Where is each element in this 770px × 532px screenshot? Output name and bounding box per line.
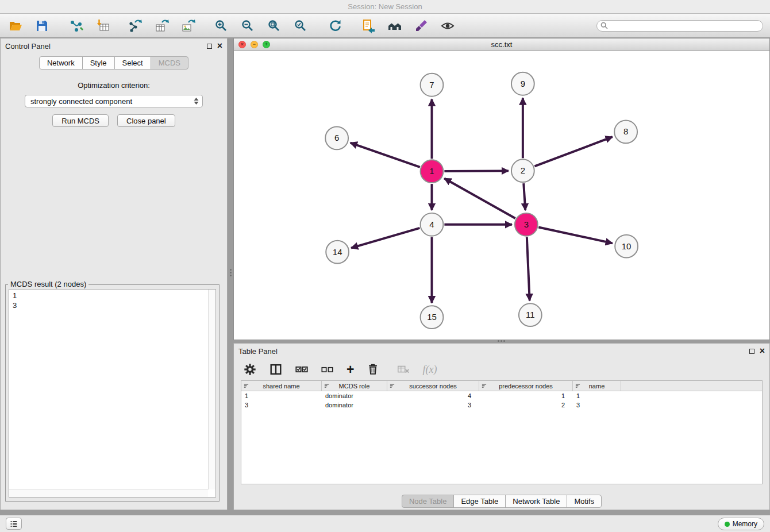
search-field[interactable] xyxy=(596,20,763,32)
result-line: 1 xyxy=(13,291,207,300)
zoom-fit-icon[interactable] xyxy=(265,17,283,34)
table-cell[interactable]: 1 xyxy=(479,391,573,400)
tab-style[interactable]: Style xyxy=(82,56,115,70)
table-cell[interactable]: dominator xyxy=(322,391,387,400)
window-close-icon[interactable]: × xyxy=(238,41,246,48)
graph-node-label-10: 10 xyxy=(622,241,632,251)
table-row[interactable]: 3dominator323 xyxy=(241,400,762,410)
add-row-icon[interactable]: + xyxy=(346,362,354,377)
table-cell[interactable]: 2 xyxy=(479,400,573,410)
graph-edge-4-14[interactable] xyxy=(351,228,419,248)
column-header[interactable]: name xyxy=(573,381,621,391)
graph-edge-3-11[interactable] xyxy=(527,237,530,301)
export-table-icon[interactable] xyxy=(153,17,170,34)
vertical-splitter-handle[interactable] xyxy=(229,265,233,279)
column-icon[interactable] xyxy=(269,362,283,377)
function-builder-icon[interactable]: f(x) xyxy=(422,362,437,377)
column-header[interactable]: shared name xyxy=(241,381,322,391)
graph-edge-1-2[interactable] xyxy=(444,171,509,171)
task-history-button[interactable] xyxy=(6,518,22,530)
close-panel-icon[interactable]: × xyxy=(217,43,222,49)
graph-node-label-14: 14 xyxy=(333,247,342,257)
import-table-icon[interactable] xyxy=(94,17,111,34)
sort-icon xyxy=(324,383,329,388)
network-canvas[interactable]: 7968124314101511 xyxy=(234,52,769,340)
search-input[interactable] xyxy=(610,21,759,30)
mcds-result-box[interactable]: 13 xyxy=(9,289,216,498)
window-minimize-icon[interactable]: − xyxy=(251,41,258,48)
run-mcds-button[interactable]: Run MCDS xyxy=(52,114,109,127)
sort-icon xyxy=(244,383,249,388)
criterion-dropdown[interactable]: strongly connected component xyxy=(25,95,203,107)
select-all-icon[interactable] xyxy=(295,362,309,377)
delete-row-icon[interactable] xyxy=(366,362,380,377)
table-cell[interactable]: dominator xyxy=(322,400,387,410)
graph-node-label-7: 7 xyxy=(429,80,434,90)
show-hide-icon[interactable] xyxy=(439,17,456,34)
column-header[interactable]: successor nodes xyxy=(387,381,479,391)
share-document-icon[interactable] xyxy=(360,17,377,34)
export-image-icon[interactable] xyxy=(179,17,197,34)
tab-mcds[interactable]: MCDS xyxy=(151,56,188,70)
mcds-result-title: MCDS result (2 nodes) xyxy=(8,280,88,288)
close-table-panel-icon[interactable]: × xyxy=(760,348,765,354)
close-panel-button[interactable]: Close panel xyxy=(117,114,175,127)
sort-icon xyxy=(482,383,487,388)
mcds-result-list: 13 xyxy=(9,290,207,489)
paint-style-icon[interactable] xyxy=(413,17,430,34)
float-table-panel-icon[interactable] xyxy=(749,349,754,354)
table-cell[interactable]: 3 xyxy=(241,400,322,410)
tab-motifs[interactable]: Motifs xyxy=(567,495,602,508)
import-network-icon[interactable] xyxy=(68,17,85,34)
network-view-window: × − + scc.txt 7968124314101511 xyxy=(233,38,770,340)
column-header[interactable]: predecessor nodes xyxy=(479,381,573,391)
delete-table-icon[interactable] xyxy=(396,362,410,377)
tab-node-table[interactable]: Node Table xyxy=(402,495,455,508)
table-cell[interactable]: 3 xyxy=(387,400,479,410)
table-toolbar: + f(x) xyxy=(234,358,769,380)
zoom-out-icon[interactable] xyxy=(239,17,256,34)
graph-edge-3-1[interactable] xyxy=(444,178,515,218)
graph-edge-3-10[interactable] xyxy=(538,227,613,243)
graph-edge-2-8[interactable] xyxy=(534,137,612,166)
memory-button[interactable]: Memory xyxy=(718,518,764,530)
graph-node-label-3: 3 xyxy=(524,219,529,229)
column-header[interactable]: MCDS role xyxy=(322,381,387,391)
table-panel: Table Panel × + xyxy=(233,343,770,510)
table-cell[interactable]: 4 xyxy=(387,391,479,400)
zoom-selected-icon[interactable] xyxy=(292,17,309,34)
first-neighbors-icon[interactable] xyxy=(386,17,403,34)
table-cell[interactable]: 1 xyxy=(241,391,322,400)
optimization-criterion-label: Optimization criterion: xyxy=(1,81,227,90)
criterion-dropdown-value: strongly connected component xyxy=(30,97,132,106)
gear-icon[interactable] xyxy=(243,362,257,377)
deselect-all-icon[interactable] xyxy=(321,362,334,377)
save-session-icon[interactable] xyxy=(33,17,51,34)
refresh-layout-icon[interactable] xyxy=(326,17,344,34)
network-window-titlebar[interactable]: × − + scc.txt xyxy=(234,38,769,51)
table-panel-header: Table Panel × xyxy=(234,344,769,358)
zoom-in-icon[interactable] xyxy=(213,17,230,34)
float-panel-icon[interactable] xyxy=(207,44,212,49)
graph-edge-2-3[interactable] xyxy=(523,183,525,210)
tab-edge-table[interactable]: Edge Table xyxy=(453,495,506,508)
horizontal-splitter-handle[interactable] xyxy=(494,340,508,342)
tab-select[interactable]: Select xyxy=(114,56,151,70)
tab-network-table[interactable]: Network Table xyxy=(505,495,567,508)
window-zoom-icon[interactable]: + xyxy=(263,41,270,48)
table-tabs: Node Table Edge Table Network Table Moti… xyxy=(234,495,769,508)
table-header-row: shared nameMCDS rolesuccessor nodesprede… xyxy=(241,381,762,391)
graph-node-label-8: 8 xyxy=(623,126,628,136)
table-row[interactable]: 1dominator411 xyxy=(241,391,762,400)
table-cell[interactable]: 3 xyxy=(573,400,621,410)
table-cell[interactable]: 1 xyxy=(573,391,621,400)
open-file-icon[interactable] xyxy=(7,17,24,34)
tab-network[interactable]: Network xyxy=(39,56,83,70)
graph-edge-1-6[interactable] xyxy=(351,143,420,167)
table-panel-title: Table Panel xyxy=(238,347,278,356)
result-vertical-scrollbar[interactable] xyxy=(208,290,215,489)
network-graph[interactable]: 7968124314101511 xyxy=(234,52,769,340)
result-horizontal-scrollbar[interactable] xyxy=(9,489,208,497)
graph-node-label-6: 6 xyxy=(334,133,339,142)
export-network-icon[interactable] xyxy=(126,17,144,34)
